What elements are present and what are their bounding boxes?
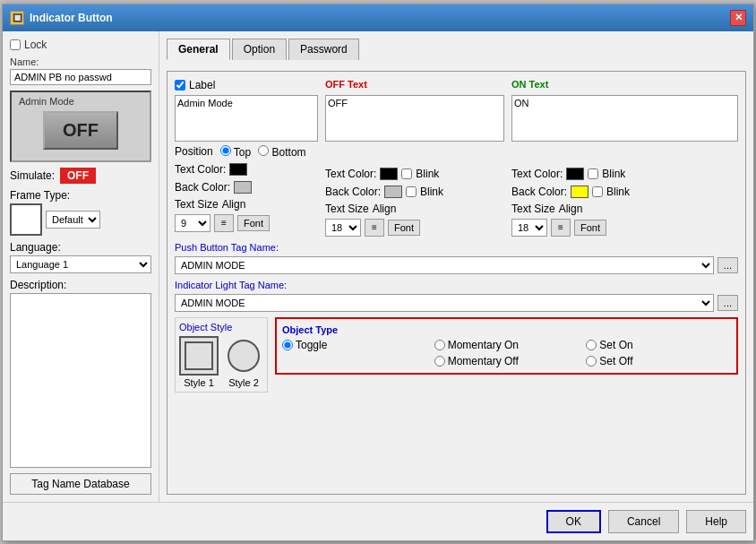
tab-password[interactable]: Password: [288, 39, 359, 60]
on-back-blink2-label: Blink: [606, 186, 630, 198]
top-radio[interactable]: [220, 145, 231, 156]
on-text-color-row: Text Color: Blink: [511, 168, 738, 180]
on-text-textarea[interactable]: [511, 95, 738, 142]
object-type-section: Object Type Toggle Momentary On: [275, 317, 738, 375]
on-back-color-row: Back Color: Blink: [511, 186, 738, 198]
right-panel: General Option Password Label Posi: [159, 31, 753, 502]
language-select[interactable]: Language 1: [10, 255, 151, 273]
title-bar-left: 🔲 Indicator Button: [10, 11, 113, 25]
off-back-blink2-label: Blink: [420, 186, 443, 198]
off-font-button[interactable]: Font: [388, 220, 420, 236]
tab-option[interactable]: Option: [232, 39, 287, 60]
text-color-swatch[interactable]: [229, 163, 247, 176]
text-size-label: Text Size: [175, 198, 219, 211]
style2-box[interactable]: [224, 336, 263, 376]
on-align-button[interactable]: ≡: [551, 219, 571, 237]
simulate-label: Simulate:: [10, 169, 55, 182]
tab-content-general: Label Position Top Bottom Text Color:: [167, 71, 746, 495]
toggle-radio[interactable]: [282, 340, 293, 350]
style-items: Style 1 Style 2: [179, 336, 263, 388]
tabs: General Option Password: [167, 39, 746, 60]
set-on-radio[interactable]: [586, 340, 597, 350]
on-text-blink1-checkbox[interactable]: [588, 168, 598, 179]
desc-textarea[interactable]: [10, 293, 151, 468]
tab-general[interactable]: General: [167, 39, 230, 60]
on-back-blink2-checkbox[interactable]: [592, 186, 603, 197]
off-text-textarea[interactable]: [325, 95, 504, 142]
momentary-off-radio[interactable]: [434, 356, 445, 367]
set-on-label: Set On: [599, 339, 632, 351]
momentary-off-radio-row: Momentary Off: [434, 355, 580, 367]
left-panel: Lock Name: Admin Mode OFF Simulate: OFF …: [3, 31, 159, 502]
align-label: Align: [222, 198, 246, 211]
label-checkbox-text: Label: [189, 79, 215, 91]
off-text-color-label: Text Color:: [325, 168, 376, 180]
off-back-color-row: Back Color: Blink: [325, 186, 504, 198]
name-input[interactable]: [10, 69, 151, 85]
on-text-blink1-label: Blink: [602, 168, 625, 180]
object-type-radio-grid: Toggle Momentary On Set On: [282, 339, 731, 367]
indicator-tag-label: Indicator Light Tag Name:: [175, 280, 738, 290]
preview-box: Admin Mode OFF: [10, 91, 151, 162]
on-text-color-swatch[interactable]: [566, 168, 584, 180]
label-checkbox[interactable]: [175, 80, 185, 91]
on-text-header: ON Text: [511, 79, 738, 90]
set-off-radio[interactable]: [586, 356, 597, 367]
bottom-radio[interactable]: [258, 145, 269, 156]
off-text-size-select[interactable]: 18: [325, 219, 361, 237]
style2-circle: [228, 340, 260, 372]
momentary-on-radio[interactable]: [434, 340, 445, 350]
on-text-size-label: Text Size: [511, 203, 555, 215]
style1-label: Style 1: [184, 377, 214, 388]
on-text-size-select[interactable]: 18: [511, 219, 547, 237]
on-font-button[interactable]: Font: [574, 220, 606, 236]
ok-button[interactable]: OK: [546, 510, 601, 533]
off-text-header: OFF Text: [325, 79, 504, 90]
on-back-color-swatch[interactable]: [571, 186, 588, 198]
lock-label: Lock: [24, 39, 47, 51]
off-back-blink2-checkbox[interactable]: [406, 186, 417, 197]
off-back-color-swatch[interactable]: [384, 186, 402, 198]
bottom-radio-label: Bottom: [258, 145, 305, 159]
style1-box[interactable]: [179, 336, 219, 376]
push-tag-select[interactable]: ADMIN MODE: [175, 256, 714, 274]
name-section: Name:: [10, 56, 151, 85]
push-tag-section: Push Button Tag Name: ADMIN MODE ...: [175, 242, 738, 274]
frame-select-row: Default: [10, 203, 151, 236]
preview-label: Admin Mode: [19, 96, 74, 107]
set-off-radio-row: Set Off: [586, 355, 731, 367]
position-label: Position: [175, 145, 213, 158]
top-three-cols: Label Position Top Bottom Text Color:: [175, 79, 738, 237]
on-text-col: ON Text Text Color: Blink Back Color:: [511, 79, 738, 237]
set-off-label: Set Off: [599, 355, 632, 367]
indicator-tag-section: Indicator Light Tag Name: ADMIN MODE ...: [175, 280, 738, 312]
indicator-tag-row: ADMIN MODE ...: [175, 294, 738, 312]
indicator-tag-browse-button[interactable]: ...: [717, 295, 738, 311]
momentary-on-radio-row: Momentary On: [434, 339, 580, 351]
indicator-tag-select[interactable]: ADMIN MODE: [175, 294, 714, 312]
off-text-blink1-checkbox[interactable]: [401, 168, 412, 179]
off-text-color-swatch[interactable]: [380, 168, 398, 180]
label-checkbox-row: Label: [175, 79, 318, 91]
label-textarea[interactable]: [175, 95, 318, 142]
lock-checkbox[interactable]: [10, 39, 21, 50]
push-tag-browse-button[interactable]: ...: [717, 257, 738, 273]
align-button[interactable]: ≡: [214, 214, 234, 232]
text-size-select[interactable]: 9: [175, 214, 210, 232]
push-tag-label: Push Button Tag Name:: [175, 242, 738, 253]
cancel-button[interactable]: Cancel: [608, 510, 679, 533]
off-size-align-controls: 18 ≡ Font: [325, 219, 504, 237]
preview-button[interactable]: OFF: [43, 111, 118, 150]
help-button[interactable]: Help: [686, 510, 746, 533]
tag-name-database-button[interactable]: Tag Name Database: [10, 473, 151, 495]
name-label: Name:: [10, 56, 151, 67]
close-button[interactable]: ✕: [730, 10, 746, 26]
off-align-button[interactable]: ≡: [365, 219, 384, 237]
font-button[interactable]: Font: [237, 215, 270, 231]
style2-item: Style 2: [224, 336, 263, 388]
off-back-color-label: Back Color:: [325, 186, 381, 198]
back-color-swatch[interactable]: [234, 181, 252, 194]
frame-select[interactable]: Default: [46, 211, 100, 229]
object-style-section: Object Style Style 1: [175, 317, 268, 393]
language-section: Language: Language 1: [10, 241, 151, 273]
